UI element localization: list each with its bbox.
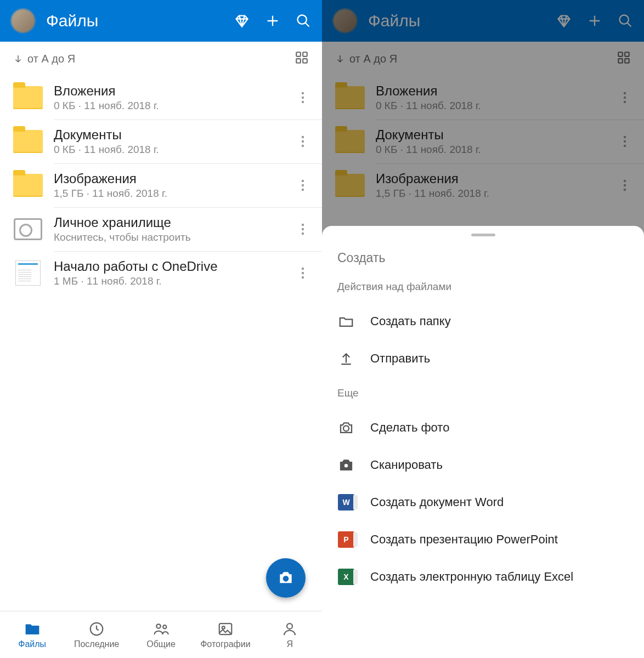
file-list: Вложения0 КБ · 11 нояб. 2018 г. Документ… — [0, 76, 322, 295]
svg-point-33 — [624, 97, 626, 99]
bottom-nav: Файлы Последние Общие Фотографии Я — [0, 611, 322, 658]
nav-shared[interactable]: Общие — [129, 611, 193, 658]
more-button[interactable] — [295, 266, 311, 280]
list-item[interactable]: Начало работы с OneDrive1 МБ · 11 нояб. … — [0, 251, 322, 295]
svg-point-39 — [624, 184, 626, 186]
folder-icon — [334, 128, 366, 155]
svg-point-36 — [624, 140, 626, 143]
camera-icon — [277, 569, 295, 587]
nav-me[interactable]: Я — [258, 611, 322, 658]
list-item[interactable]: Документы0 КБ · 11 нояб. 2018 г. — [0, 120, 322, 163]
list-item[interactable]: Документы0 КБ · 11 нояб. 2018 г. — [322, 120, 644, 163]
nav-photos[interactable]: Фотографии — [193, 611, 257, 658]
arrow-down-icon — [335, 54, 345, 64]
svg-rect-29 — [625, 52, 629, 56]
action-take-photo[interactable]: Сделать фото — [322, 409, 644, 446]
file-name: Начало работы с OneDrive — [54, 259, 295, 274]
header-actions — [234, 13, 311, 29]
file-meta: 0 КБ · 11 нояб. 2018 г. — [376, 144, 617, 156]
view-toggle-button[interactable] — [617, 50, 631, 67]
grid-icon — [617, 50, 631, 65]
action-upload[interactable]: Отправить — [322, 340, 644, 377]
excel-icon: X — [337, 568, 355, 586]
svg-rect-4 — [303, 59, 307, 63]
more-button[interactable] — [295, 223, 311, 236]
svg-rect-3 — [296, 59, 301, 63]
more-button[interactable] — [295, 91, 311, 104]
document-icon — [12, 260, 44, 286]
more-button[interactable] — [295, 179, 311, 192]
people-icon — [153, 621, 170, 637]
svg-point-16 — [302, 232, 304, 235]
list-item[interactable]: Изображения1,5 ГБ · 11 нояб. 2018 г. — [322, 163, 644, 207]
nav-recent[interactable]: Последние — [64, 611, 128, 658]
arrow-down-icon — [13, 54, 23, 64]
svg-rect-28 — [618, 52, 623, 56]
more-button[interactable] — [617, 135, 633, 148]
svg-point-27 — [620, 15, 629, 24]
section-label: Еще — [322, 377, 644, 409]
sort-button[interactable]: от А до Я — [13, 53, 75, 65]
add-icon[interactable] — [587, 13, 602, 29]
file-meta: 0 КБ · 11 нояб. 2018 г. — [54, 144, 295, 156]
sort-label: от А до Я — [27, 53, 75, 65]
svg-point-18 — [302, 272, 304, 274]
action-create-excel[interactable]: X Создать электронную таблицу Excel — [322, 558, 644, 595]
section-label: Действия над файлами — [322, 281, 644, 303]
folder-icon — [334, 172, 366, 198]
sort-button[interactable]: от А до Я — [335, 53, 397, 65]
list-item[interactable]: Личное хранилищеКоснитесь, чтобы настрои… — [0, 207, 322, 251]
list-item[interactable]: Вложения0 КБ · 11 нояб. 2018 г. — [0, 76, 322, 120]
action-scan[interactable]: Сканировать — [322, 446, 644, 484]
more-button[interactable] — [617, 179, 633, 192]
more-button[interactable] — [617, 91, 633, 104]
action-create-powerpoint[interactable]: P Создать презентацию PowerPoint — [322, 521, 644, 558]
folder-icon — [12, 128, 44, 155]
vault-icon — [12, 216, 44, 242]
search-icon[interactable] — [618, 13, 633, 29]
add-icon[interactable] — [265, 13, 280, 29]
page-title: Файлы — [46, 12, 234, 30]
svg-point-22 — [156, 624, 161, 628]
svg-point-32 — [624, 92, 626, 94]
create-bottom-sheet: Создать Действия над файлами Создать пап… — [322, 226, 644, 658]
svg-point-25 — [222, 626, 225, 629]
list-item[interactable]: Изображения1,5 ГБ · 11 нояб. 2018 г. — [0, 163, 322, 207]
svg-point-40 — [624, 189, 626, 191]
more-button[interactable] — [295, 135, 311, 148]
screen-files: Файлы от А до Я Вложения0 КБ · 11 нояб. … — [0, 0, 322, 658]
svg-point-26 — [287, 623, 292, 629]
avatar[interactable] — [333, 9, 357, 33]
view-toggle-button[interactable] — [295, 50, 309, 67]
action-create-word[interactable]: W Создать документ Word — [322, 484, 644, 521]
avatar[interactable] — [11, 9, 35, 33]
svg-point-13 — [302, 189, 304, 191]
sort-label: от А до Я — [349, 53, 397, 65]
svg-point-10 — [302, 145, 304, 147]
file-meta: 1,5 ГБ · 11 нояб. 2018 г. — [54, 188, 295, 200]
nav-files[interactable]: Файлы — [0, 611, 64, 658]
svg-point-19 — [302, 276, 304, 279]
premium-icon[interactable] — [556, 13, 572, 29]
person-icon — [281, 621, 298, 637]
file-list: Вложения0 КБ · 11 нояб. 2018 г. Документ… — [322, 76, 644, 207]
sort-row: от А до Я — [322, 42, 644, 76]
page-title: Файлы — [368, 12, 556, 30]
camera-fab[interactable] — [266, 558, 306, 598]
file-meta: 0 КБ · 11 нояб. 2018 г. — [376, 100, 617, 112]
file-meta: 1,5 ГБ · 11 нояб. 2018 г. — [376, 188, 617, 200]
drag-handle[interactable] — [471, 234, 495, 236]
premium-icon[interactable] — [234, 13, 250, 29]
svg-point-7 — [302, 101, 304, 103]
svg-point-14 — [302, 224, 304, 226]
svg-rect-30 — [618, 59, 623, 63]
file-meta: 0 КБ · 11 нояб. 2018 г. — [54, 100, 295, 112]
folder-icon — [24, 621, 41, 637]
svg-point-5 — [302, 92, 304, 94]
svg-point-11 — [302, 180, 304, 182]
search-icon[interactable] — [296, 13, 311, 29]
svg-rect-1 — [296, 52, 301, 56]
svg-point-38 — [624, 180, 626, 182]
action-create-folder[interactable]: Создать папку — [322, 303, 644, 340]
list-item[interactable]: Вложения0 КБ · 11 нояб. 2018 г. — [322, 76, 644, 120]
